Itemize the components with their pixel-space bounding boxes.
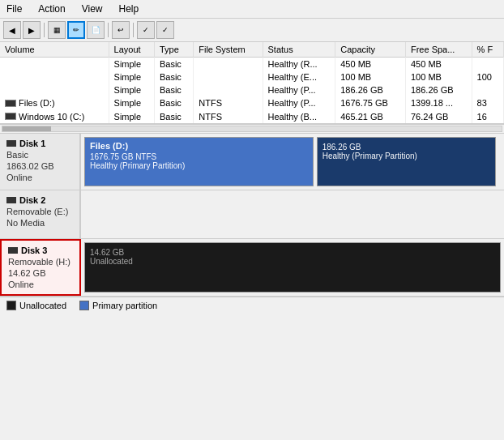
disk-status-disk1: Online xyxy=(6,173,73,182)
legend-primary-label: Primary partition xyxy=(92,301,157,310)
legend-primary: Primary partition xyxy=(79,301,157,310)
table-cell-0-0 xyxy=(0,58,109,71)
partition-desc-disk1-1: Healthy (Primary Partition) xyxy=(322,152,490,160)
toolbar-btn-3[interactable]: ▦ xyxy=(48,21,66,39)
menu-action[interactable]: Action xyxy=(35,2,68,16)
table-cell-0-7 xyxy=(472,58,503,71)
legend-unallocated: Unallocated xyxy=(6,301,66,310)
scrollbar-track[interactable] xyxy=(2,126,502,132)
table-cell-4-0: Windows 10 (C:) xyxy=(0,110,109,124)
table-row[interactable]: Files (D:)SimpleBasicNTFSHealthy (P...16… xyxy=(0,96,504,110)
toolbar-btn-4[interactable]: ✏ xyxy=(67,21,85,39)
partition-title-disk1-0: Files (D:) xyxy=(90,141,308,151)
table-cell-1-2: Basic xyxy=(154,70,193,83)
disk-type-disk2: Removable (E:) xyxy=(6,207,73,216)
toolbar: ◀ ▶ ▦ ✏ 📄 ↩ ✓ ✓ xyxy=(0,19,504,42)
table-row[interactable]: SimpleBasicHealthy (E...100 MB100 MB100 xyxy=(0,70,504,83)
disk-label-disk3[interactable]: Disk 3 Removable (H:) 14.62 GB Online xyxy=(0,239,81,296)
col-volume[interactable]: Volume xyxy=(0,42,109,58)
col-capacity[interactable]: Capacity xyxy=(335,42,406,58)
disk-row-disk2: Disk 2 Removable (E:) No Media xyxy=(0,190,504,239)
partition-size-disk3-0: 14.62 GB xyxy=(90,248,495,257)
disk-partitions-disk3: 14.62 GB Unallocated xyxy=(81,239,504,296)
table-cell-3-4: Healthy (P... xyxy=(263,96,335,110)
toolbar-btn-8[interactable]: ✓ xyxy=(156,21,174,39)
legend-primary-icon xyxy=(79,301,89,310)
col-freespace[interactable]: Free Spa... xyxy=(405,42,472,58)
table-cell-3-6: 1399.18 ... xyxy=(405,96,472,110)
legend: Unallocated Primary partition xyxy=(0,297,504,314)
table-cell-4-5: 465.21 GB xyxy=(335,110,406,124)
partition-desc-disk1-0: Healthy (Primary Partition) xyxy=(90,161,308,170)
col-type[interactable]: Type xyxy=(154,42,193,58)
toolbar-back[interactable]: ◀ xyxy=(3,21,21,39)
table-cell-1-5: 100 MB xyxy=(335,70,406,83)
table-cell-2-5: 186.26 GB xyxy=(335,83,406,96)
disk-title-disk1: Disk 1 xyxy=(19,139,45,148)
toolbar-forward[interactable]: ▶ xyxy=(23,21,41,39)
disk-label-disk2[interactable]: Disk 2 Removable (E:) No Media xyxy=(0,190,81,238)
toolbar-sep-3 xyxy=(133,23,134,37)
disk-partitions-disk1: Files (D:) 1676.75 GB NTFS Healthy (Prim… xyxy=(81,134,504,190)
table-cell-1-3 xyxy=(194,70,263,83)
disk-name-disk2: Disk 2 xyxy=(6,195,73,205)
table-cell-4-6: 76.24 GB xyxy=(405,110,472,124)
col-status[interactable]: Status xyxy=(263,42,335,58)
disk-partitions-disk2 xyxy=(81,190,504,238)
menu-help[interactable]: Help xyxy=(116,2,143,16)
table-cell-2-1: Simple xyxy=(109,83,154,96)
disk-label-disk1[interactable]: Disk 1 Basic 1863.02 GB Online xyxy=(0,134,81,190)
table-cell-0-1: Simple xyxy=(109,58,154,71)
table-row[interactable]: SimpleBasicHealthy (P...186.26 GB186.26 … xyxy=(0,83,504,96)
col-percent[interactable]: % F xyxy=(472,42,503,58)
partition-size-disk1-0: 1676.75 GB NTFS xyxy=(90,152,308,161)
table-row[interactable]: SimpleBasicHealthy (R...450 MB450 MB xyxy=(0,58,504,71)
table-cell-0-6: 450 MB xyxy=(405,58,472,71)
table-cell-0-4: Healthy (R... xyxy=(263,58,335,71)
table-cell-4-4: Healthy (B... xyxy=(263,110,335,124)
legend-unallocated-icon xyxy=(6,301,16,310)
disk-row-disk1: Disk 1 Basic 1863.02 GB Online Files (D:… xyxy=(0,134,504,190)
disk-icon-disk1 xyxy=(6,140,16,147)
disk-icon-disk2 xyxy=(6,197,16,203)
table-header-row: Volume Layout Type File System Status Ca… xyxy=(0,42,504,58)
table-row[interactable]: Windows 10 (C:)SimpleBasicNTFSHealthy (B… xyxy=(0,110,504,124)
table-cell-4-3: NTFS xyxy=(194,110,263,124)
table-cell-3-1: Simple xyxy=(109,96,154,110)
table-cell-1-6: 100 MB xyxy=(405,70,472,83)
disk-status-disk2: No Media xyxy=(6,218,73,228)
table-cell-2-6: 186.26 GB xyxy=(405,83,472,96)
table-cell-1-7: 100 xyxy=(472,70,503,83)
partition-disk1-1[interactable]: 186.26 GB Healthy (Primary Partition) xyxy=(317,137,496,186)
table-body: SimpleBasicHealthy (R...450 MB450 MBSimp… xyxy=(0,58,504,124)
disk-title-disk3: Disk 3 xyxy=(21,246,47,255)
partition-desc-disk3-0: Unallocated xyxy=(90,257,495,266)
legend-unallocated-label: Unallocated xyxy=(19,301,66,310)
menu-view[interactable]: View xyxy=(79,2,106,16)
table-cell-4-7: 16 xyxy=(472,110,503,124)
toolbar-btn-5[interactable]: 📄 xyxy=(87,21,105,39)
table-cell-3-3: NTFS xyxy=(194,96,263,110)
table-cell-0-2: Basic xyxy=(154,58,193,71)
toolbar-btn-7[interactable]: ✓ xyxy=(137,21,155,39)
toolbar-sep-2 xyxy=(108,23,109,37)
disk-status-disk3: Online xyxy=(8,280,73,289)
disk-type-disk3: Removable (H:) xyxy=(8,257,73,267)
table-cell-1-4: Healthy (E... xyxy=(263,70,335,83)
disk-name-disk3: Disk 3 xyxy=(8,246,73,255)
h-scrollbar[interactable] xyxy=(0,124,504,134)
table-cell-2-2: Basic xyxy=(154,83,193,96)
partition-disk1-0[interactable]: Files (D:) 1676.75 GB NTFS Healthy (Prim… xyxy=(84,137,314,186)
table-cell-2-3 xyxy=(194,83,263,96)
col-filesystem[interactable]: File System xyxy=(194,42,263,58)
toolbar-btn-6[interactable]: ↩ xyxy=(112,21,130,39)
toolbar-sep-1 xyxy=(44,23,45,37)
col-layout[interactable]: Layout xyxy=(109,42,154,58)
disk-title-disk2: Disk 2 xyxy=(19,195,45,205)
menu-file[interactable]: File xyxy=(3,2,25,16)
scrollbar-thumb[interactable] xyxy=(2,126,51,131)
table-cell-3-2: Basic xyxy=(154,96,193,110)
table-cell-2-4: Healthy (P... xyxy=(263,83,335,96)
table-cell-1-1: Simple xyxy=(109,70,154,83)
partition-disk3-0[interactable]: 14.62 GB Unallocated xyxy=(84,242,501,293)
